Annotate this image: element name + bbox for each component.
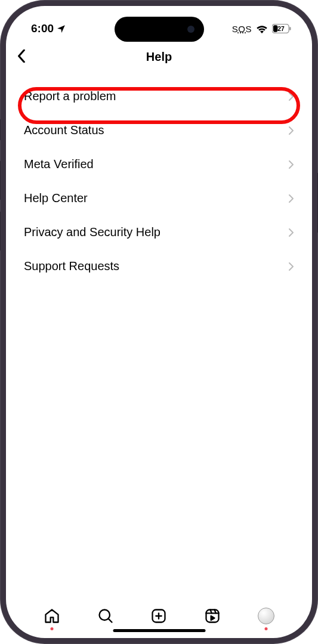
chevron-right-icon (288, 262, 294, 271)
status-time: 6:00 (31, 22, 54, 35)
svg-rect-1 (273, 25, 278, 32)
chevron-left-icon (17, 49, 26, 63)
menu-item-label: Privacy and Security Help (24, 225, 160, 239)
chevron-right-icon (288, 92, 294, 101)
home-icon (44, 608, 60, 624)
menu-item-support-requests[interactable]: Support Requests (6, 249, 312, 283)
menu-item-report-problem[interactable]: Report a problem (6, 79, 312, 113)
chevron-right-icon (288, 160, 294, 169)
menu-item-account-status[interactable]: Account Status (6, 113, 312, 147)
tab-home[interactable] (42, 606, 61, 626)
back-button[interactable] (17, 49, 26, 65)
menu-item-label: Meta Verified (24, 157, 94, 171)
menu-item-label: Support Requests (24, 259, 119, 273)
chevron-right-icon (288, 228, 294, 237)
location-icon (56, 24, 66, 34)
home-indicator[interactable] (113, 629, 205, 632)
volume-down-button (0, 212, 1, 250)
sos-indicator: SOS (232, 24, 252, 33)
svg-rect-9 (206, 609, 219, 622)
notification-dot (50, 627, 53, 630)
status-left: 6:00 (31, 22, 66, 35)
sos-text: SOS (232, 24, 252, 33)
reels-icon (204, 608, 221, 624)
plus-square-icon (150, 608, 167, 624)
tab-create[interactable] (149, 606, 168, 626)
side-button (0, 119, 1, 140)
menu-item-label: Account Status (24, 123, 104, 137)
chevron-right-icon (288, 126, 294, 135)
menu-item-label: Help Center (24, 191, 88, 205)
wifi-icon (256, 24, 268, 33)
phone-frame: 6:00 SOS 27 (0, 0, 318, 644)
menu-item-meta-verified[interactable]: Meta Verified (6, 147, 312, 181)
chevron-right-icon (288, 194, 294, 203)
battery-icon: 27 (272, 24, 291, 33)
status-right: SOS 27 (232, 24, 291, 33)
svg-line-5 (108, 618, 112, 622)
menu-item-label: Report a problem (24, 89, 116, 103)
page-title: Help (146, 50, 172, 64)
svg-rect-2 (289, 27, 291, 30)
search-icon (97, 608, 114, 624)
screen: 6:00 SOS 27 (6, 6, 312, 638)
tab-profile[interactable] (257, 606, 276, 626)
dynamic-island (115, 17, 204, 42)
notification-dot (265, 627, 268, 630)
volume-up-button (0, 161, 1, 200)
profile-avatar-icon (258, 608, 274, 624)
svg-text:27: 27 (277, 26, 285, 32)
tab-reels[interactable] (203, 606, 222, 626)
nav-header: Help (6, 41, 312, 73)
menu-list: Report a problem Account Status Meta Ver… (6, 73, 312, 596)
tab-search[interactable] (96, 606, 115, 626)
menu-item-help-center[interactable]: Help Center (6, 181, 312, 215)
menu-item-privacy-security-help[interactable]: Privacy and Security Help (6, 215, 312, 249)
